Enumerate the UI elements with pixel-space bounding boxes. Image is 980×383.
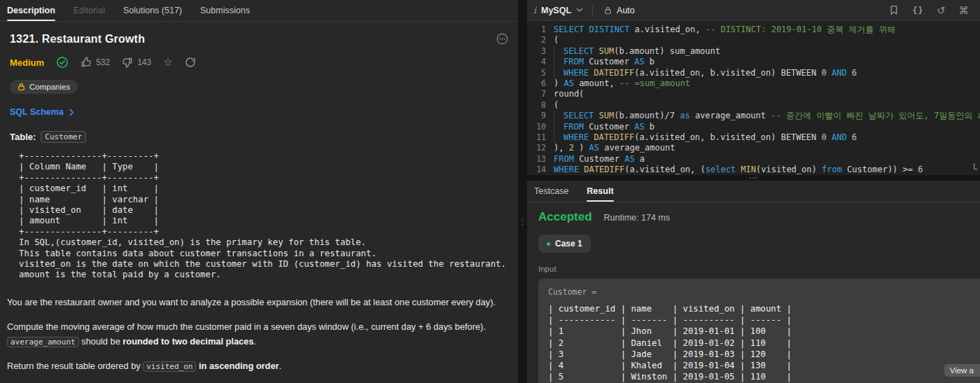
result-panel: Testcase Result Accepted Runtime: 174 ms… <box>527 181 980 383</box>
thumbs-up-icon <box>80 57 92 68</box>
description-panel: Description Editorial Solutions (517) Su… <box>0 0 518 383</box>
code-editor-panel: i MySQL Auto <box>527 0 980 175</box>
tab-description[interactable]: Description <box>7 0 55 21</box>
share-icon[interactable] <box>185 57 196 68</box>
tab-testcase[interactable]: Testcase <box>534 181 568 202</box>
star-icon[interactable]: ☆ <box>163 56 172 69</box>
tab-submissions[interactable]: Submissions <box>200 0 250 21</box>
code-line: 4 FROM Customer AS b <box>527 57 980 67</box>
input-ascii-table: | customer_id | name | visited_on | amou… <box>548 303 970 383</box>
case-1-button[interactable]: Case 1 <box>538 235 591 253</box>
result-tabbar: Testcase Result <box>527 181 980 202</box>
dislike-button[interactable]: 143 <box>122 57 151 68</box>
bookmark-icon[interactable] <box>889 5 899 15</box>
result-content: Accepted Runtime: 174 ms Case 1 Input Cu… <box>527 202 980 383</box>
table-label: Table: <box>10 132 36 142</box>
format-code-icon[interactable]: {} <box>912 6 923 15</box>
description-tabbar: Description Editorial Solutions (517) Su… <box>0 0 518 22</box>
companies-button[interactable]: Companies <box>10 80 78 94</box>
app-root: Description Editorial Solutions (517) Su… <box>0 0 980 383</box>
code-line: 8( <box>527 100 980 111</box>
code-line: 2( <box>527 35 980 46</box>
tab-editorial[interactable]: Editorial <box>74 0 105 21</box>
code-line: 5 WHERE DATEDIFF(a.visited_on, b.visited… <box>527 68 980 78</box>
horizontal-drag-handle-icon: ⋯ <box>527 175 980 180</box>
status-badge: Accepted <box>538 210 592 224</box>
code-line: 7round( <box>527 89 980 99</box>
table-name-row: Table: Customer <box>10 131 508 143</box>
editor-status-letter: L <box>973 162 978 172</box>
check-circle-icon <box>56 56 69 69</box>
vertical-drag-handle-icon: ⋮ <box>518 218 527 225</box>
dislike-count: 143 <box>137 57 151 67</box>
right-column: i MySQL Auto <box>527 0 980 383</box>
input-label: Input <box>538 265 969 273</box>
lock-icon <box>604 6 612 15</box>
code-line: 6) AS amount, -- =sum_amount <box>527 78 980 89</box>
editor-header: i MySQL Auto <box>527 0 980 21</box>
tab-solutions[interactable]: Solutions (517) <box>123 0 182 21</box>
shortcuts-icon[interactable]: ⌘ <box>959 5 969 16</box>
editor-result-divider[interactable]: ⋯ <box>527 175 980 181</box>
input-value-box: Customer = | customer_id | name | visite… <box>538 279 980 383</box>
case-label: Case 1 <box>555 239 582 249</box>
ellipsis-circle-icon[interactable] <box>496 33 508 45</box>
like-button[interactable]: 532 <box>80 57 110 68</box>
code-line: 11 WHERE DATEDIFF(a.visited_on, b.visite… <box>527 132 980 143</box>
code-line: 1SELECT DISTINCT a.visited_on, -- DISTIN… <box>527 25 980 35</box>
view-all-button[interactable]: View a <box>944 364 980 377</box>
tab-result[interactable]: Result <box>587 181 613 202</box>
description-content: 1321. Restaurant Growth Medium <box>0 22 518 383</box>
difficulty-badge: Medium <box>10 57 44 68</box>
like-count: 532 <box>96 57 110 67</box>
case-status-dot <box>547 242 550 246</box>
description-paragraph-3: Return the result table ordered by visit… <box>7 359 504 373</box>
input-table-title: Customer = <box>548 287 970 297</box>
reset-code-icon[interactable]: ↺ <box>937 5 945 16</box>
table-name-badge: Customer <box>41 131 86 143</box>
page-title: 1321. Restaurant Growth <box>10 33 145 46</box>
language-selector[interactable]: MySQL <box>541 6 571 15</box>
language-info-icon: i <box>533 5 536 15</box>
runtime-label: Runtime: 174 ms <box>604 213 670 223</box>
problem-stats-row: Medium 532 <box>10 56 508 69</box>
thumbs-down-icon <box>122 57 133 68</box>
code-line: 9 SELECT SUM(b.amount)/7 as average_amou… <box>527 111 980 121</box>
lock-icon <box>18 83 25 91</box>
sql-schema-link[interactable]: SQL Schema <box>10 107 75 117</box>
description-paragraph-1: You are the restaurant owner and you wan… <box>7 295 504 309</box>
code-line: 10 FROM Customer AS b <box>527 122 980 132</box>
schema-ascii-table: +---------------+---------+ | Column Nam… <box>19 151 508 281</box>
auto-save-label[interactable]: Auto <box>617 6 635 15</box>
chevron-right-icon <box>69 109 75 116</box>
companies-label: Companies <box>29 83 70 91</box>
header-separator <box>592 6 593 15</box>
description-paragraph-2: Compute the moving average of how much t… <box>7 320 504 349</box>
code-editor[interactable]: 1SELECT DISTINCT a.visited_on, -- DISTIN… <box>527 21 980 175</box>
chevron-down-icon[interactable] <box>576 8 583 13</box>
code-line: 3 SELECT SUM(b.amount) sum_amount <box>527 46 980 57</box>
sql-schema-label: SQL Schema <box>10 107 64 117</box>
panel-resize-divider[interactable]: ⋮ <box>518 0 527 383</box>
code-line: 13FROM Customer AS a <box>527 154 980 165</box>
code-line: 12), 2 ) AS average_amount <box>527 143 980 153</box>
